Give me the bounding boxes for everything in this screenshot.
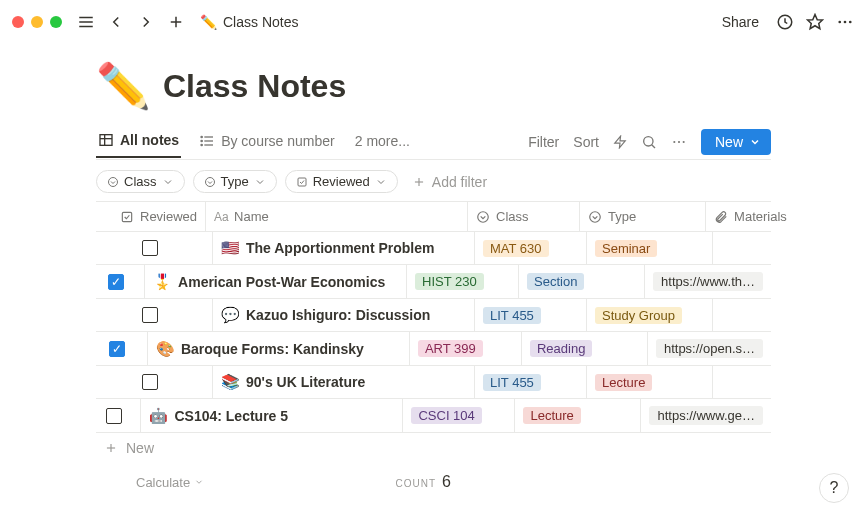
view-tab-label: By course number	[221, 133, 335, 149]
search-icon[interactable]	[641, 134, 657, 150]
add-filter-button[interactable]: Add filter	[406, 174, 487, 190]
chevron-down-icon	[254, 176, 266, 188]
table-icon	[98, 132, 114, 148]
table-row[interactable]: 🤖CS104: Lecture 5CSCI 104Lecturehttps://…	[96, 399, 771, 433]
list-icon	[199, 133, 215, 149]
page-title[interactable]: Class Notes	[163, 68, 346, 105]
cell-reviewed[interactable]	[96, 399, 140, 432]
cell-materials[interactable]	[712, 366, 771, 398]
cell-type[interactable]: Study Group	[586, 299, 712, 331]
column-header-class[interactable]: Class	[467, 202, 579, 231]
materials-link[interactable]: https://www.ge…	[649, 406, 763, 425]
checkbox[interactable]	[142, 374, 158, 390]
cell-name[interactable]: 💬Kazuo Ishiguro: Discussion	[212, 299, 474, 331]
back-button[interactable]	[106, 12, 126, 32]
column-header-name[interactable]: Aa Name	[205, 202, 467, 231]
updates-icon[interactable]	[775, 12, 795, 32]
materials-link[interactable]: https://open.s…	[656, 339, 763, 358]
chevron-down-icon	[107, 176, 119, 188]
table-row[interactable]: 🎖️American Post-War EconomicsHIST 230Sec…	[96, 265, 771, 299]
checkbox[interactable]	[142, 240, 158, 256]
class-tag: LIT 455	[483, 307, 541, 324]
cell-reviewed[interactable]	[96, 299, 212, 331]
checkbox[interactable]	[109, 341, 125, 357]
cell-materials[interactable]	[712, 299, 771, 331]
table-row[interactable]: 🎨Baroque Forms: KandinskyART 399Readingh…	[96, 332, 771, 366]
cell-class[interactable]: LIT 455	[474, 366, 586, 398]
cell-reviewed[interactable]	[96, 232, 212, 264]
cell-materials[interactable]	[712, 232, 771, 264]
type-tag: Lecture	[595, 374, 652, 391]
column-header-type[interactable]: Type	[579, 202, 705, 231]
cell-name[interactable]: 🤖CS104: Lecture 5	[140, 399, 402, 432]
filter-chip-label: Type	[221, 174, 249, 189]
filter-chip-reviewed[interactable]: Reviewed	[285, 170, 398, 193]
cell-materials[interactable]: https://www.th…	[644, 265, 771, 298]
cell-materials[interactable]: https://open.s…	[647, 332, 771, 365]
filter-chip-type[interactable]: Type	[193, 170, 277, 193]
class-tag: LIT 455	[483, 374, 541, 391]
automations-icon[interactable]	[613, 135, 627, 149]
count-display[interactable]: COUNT 6	[396, 473, 451, 491]
zoom-window-button[interactable]	[50, 16, 62, 28]
cell-type[interactable]: Reading	[521, 332, 647, 365]
cell-name[interactable]: 🎨Baroque Forms: Kandinsky	[147, 332, 409, 365]
cell-reviewed[interactable]	[96, 265, 144, 298]
new-page-button[interactable]	[166, 12, 186, 32]
cell-class[interactable]: CSCI 104	[402, 399, 514, 432]
cell-type[interactable]: Section	[518, 265, 644, 298]
table-row[interactable]: 💬Kazuo Ishiguro: DiscussionLIT 455Study …	[96, 299, 771, 332]
share-button[interactable]: Share	[716, 10, 765, 34]
cell-name[interactable]: 🇺🇸The Apportionment Problem	[212, 232, 474, 264]
sort-button[interactable]: Sort	[573, 134, 599, 150]
forward-button[interactable]	[136, 12, 156, 32]
row-name: Baroque Forms: Kandinsky	[181, 341, 364, 357]
cell-name[interactable]: 🎖️American Post-War Economics	[144, 265, 406, 298]
cell-reviewed[interactable]	[96, 366, 212, 398]
cell-class[interactable]: ART 399	[409, 332, 521, 365]
more-icon[interactable]	[835, 12, 855, 32]
table-row[interactable]: 🇺🇸The Apportionment ProblemMAT 630Semina…	[96, 232, 771, 265]
breadcrumb[interactable]: ✏️ Class Notes	[200, 14, 298, 30]
row-emoji: 💬	[221, 306, 240, 324]
cell-class[interactable]: HIST 230	[406, 265, 518, 298]
cell-type[interactable]: Lecture	[514, 399, 640, 432]
view-tab-label: 2 more...	[355, 133, 410, 149]
svg-rect-30	[122, 212, 131, 221]
materials-link[interactable]: https://www.th…	[653, 272, 763, 291]
column-header-materials[interactable]: Materials	[705, 202, 795, 231]
svg-point-24	[683, 140, 685, 142]
plus-icon	[412, 175, 426, 189]
filter-chip-class[interactable]: Class	[96, 170, 185, 193]
new-row-button[interactable]: New	[96, 433, 771, 463]
view-tab-by-course-number[interactable]: By course number	[197, 127, 337, 157]
checkbox[interactable]	[106, 408, 122, 424]
view-options-icon[interactable]	[671, 134, 687, 150]
view-tab-all-notes[interactable]: All notes	[96, 126, 181, 158]
checkbox[interactable]	[142, 307, 158, 323]
help-button[interactable]: ?	[819, 473, 849, 503]
menu-icon[interactable]	[76, 12, 96, 32]
cell-reviewed[interactable]	[96, 332, 147, 365]
minimize-window-button[interactable]	[31, 16, 43, 28]
view-tab-more[interactable]: 2 more...	[353, 127, 412, 157]
checkbox[interactable]	[108, 274, 124, 290]
cell-materials[interactable]: https://www.ge…	[640, 399, 771, 432]
table-row[interactable]: 📚90's UK LiteratureLIT 455Lecture	[96, 366, 771, 399]
filter-chip-label: Class	[124, 174, 157, 189]
column-header-reviewed[interactable]: Reviewed	[96, 202, 205, 231]
page-emoji[interactable]: ✏️	[96, 64, 151, 108]
new-button[interactable]: New	[701, 129, 771, 155]
cell-name[interactable]: 📚90's UK Literature	[212, 366, 474, 398]
calculate-button[interactable]: Calculate	[96, 475, 204, 490]
filter-button[interactable]: Filter	[528, 134, 559, 150]
table-header-row: Reviewed Aa Name Class Type Materials	[96, 202, 771, 232]
close-window-button[interactable]	[12, 16, 24, 28]
row-emoji: 🎖️	[153, 273, 172, 291]
cell-type[interactable]: Lecture	[586, 366, 712, 398]
cell-class[interactable]: LIT 455	[474, 299, 586, 331]
favorite-icon[interactable]	[805, 12, 825, 32]
cell-class[interactable]: MAT 630	[474, 232, 586, 264]
plus-icon	[104, 441, 118, 455]
cell-type[interactable]: Seminar	[586, 232, 712, 264]
